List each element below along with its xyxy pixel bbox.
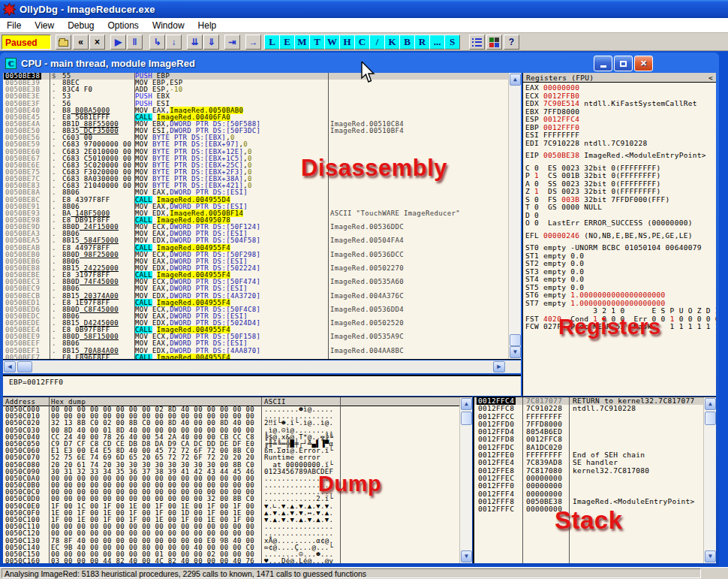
disassembly-pane[interactable]: 0050BE38$55PUSH EBP0050BE39.8BECMOV EBP,… bbox=[3, 73, 521, 360]
toolbar-letter-s[interactable]: S bbox=[444, 35, 460, 50]
stack-vscrollbar[interactable]: ▲ ▼ bbox=[703, 397, 716, 563]
menu-item-view[interactable]: View bbox=[28, 19, 61, 32]
scroll-left-arrow[interactable]: ◄ bbox=[4, 361, 16, 372]
disasm-row[interactable]: 0050BE39.8BECMOV EBP,ESP bbox=[3, 80, 521, 86]
menu-item-window[interactable]: Window bbox=[146, 19, 191, 32]
animate-over-button[interactable]: ⇓ bbox=[203, 35, 219, 50]
disasm-row[interactable]: 0050BEDE.8B15 D4245000MOV EDX,DWORD PTR … bbox=[3, 320, 521, 327]
close-program-button[interactable]: × bbox=[89, 35, 105, 50]
toolbar-letter-l[interactable]: L bbox=[264, 35, 280, 50]
window-titlebar[interactable]: OllyDbg - ImageReducer.exe bbox=[0, 0, 728, 18]
scroll-down-arrow[interactable]: ▼ bbox=[461, 550, 472, 562]
scroll-up-arrow[interactable]: ▲ bbox=[461, 398, 472, 410]
scroll-up-arrow[interactable]: ▲ bbox=[705, 398, 716, 410]
disasm-row[interactable]: 0050BEB6.8B06MOV EAX,DWORD PTR DS:[ESI] bbox=[3, 258, 521, 265]
pause-button[interactable]: ‖ bbox=[127, 35, 143, 50]
scroll-thumb[interactable] bbox=[461, 412, 472, 425]
disasm-row[interactable]: 0050BEEF.8B06MOV EAX,DWORD PTR DS:[ESI] bbox=[3, 340, 521, 347]
disasm-row[interactable]: 0050BEF1.8B15 70A84A00MOV EDX,DWORD PTR … bbox=[3, 348, 521, 354]
restart-button[interactable]: « bbox=[73, 35, 89, 50]
register-line[interactable]: T 0 GS 0000 NULL bbox=[525, 204, 714, 212]
disasm-row[interactable]: 0050BEDC.8B06MOV EAX,DWORD PTR DS:[ESI] bbox=[3, 313, 521, 320]
register-line[interactable]: EDI 7C910228 ntdll.7C910228 bbox=[525, 140, 714, 148]
toolbar-letter-dots[interactable]: ... bbox=[429, 35, 445, 50]
scroll-down-arrow[interactable]: ▼ bbox=[510, 346, 521, 358]
disasm-row[interactable]: 0050BE3F.56PUSH ESI bbox=[3, 101, 521, 107]
toolbar-letter-h[interactable]: H bbox=[339, 35, 355, 50]
disasm-row[interactable]: 0050BE40.B8 B0BA5000MOV EAX,ImageRed.005… bbox=[3, 107, 521, 114]
disasm-row[interactable]: 0050BEF7.E8 F896F8FFCALL ImageRed.004955… bbox=[3, 354, 521, 360]
execute-till-return-button[interactable]: ⇥ bbox=[224, 35, 240, 50]
toolbar-letter-t[interactable]: T bbox=[309, 35, 325, 50]
disasm-row[interactable]: 0050BEA3.8B06MOV EAX,DWORD PTR DS:[ESI] bbox=[3, 231, 521, 237]
open-file-button[interactable] bbox=[56, 35, 71, 50]
toolbar-letter-e[interactable]: E bbox=[279, 35, 295, 50]
step-into-button[interactable]: ↳ bbox=[149, 35, 165, 50]
disasm-row[interactable]: 0050BE50.8B35 DCF35000MOV ESI,DWORD PTR … bbox=[3, 128, 521, 134]
step-over-button[interactable]: ↓ bbox=[166, 35, 182, 50]
disasm-row[interactable]: 0050BE8C.E8 4397F8FFCALL ImageRed.004955… bbox=[3, 197, 521, 204]
stack-pane[interactable]: 0012FFC47C817077RETURN to kernel32.7C817… bbox=[473, 397, 716, 563]
toolbar-letter-c[interactable]: C bbox=[354, 35, 370, 50]
disasm-row[interactable]: 0050BECB.8B15 20374A00MOV EDX,DWORD PTR … bbox=[3, 293, 521, 300]
dump-pane[interactable]: Address Hex dump ASCII 0050C00000 00 00 … bbox=[3, 397, 472, 563]
disasm-row[interactable]: 0050BE98.E8 DB91F8FFCALL ImageRed.004950… bbox=[3, 217, 521, 224]
dump-row[interactable]: 0050C16003 00 00 00 44 82 40 00 4C 82 40… bbox=[3, 558, 472, 563]
help-button[interactable]: ? bbox=[504, 35, 519, 50]
disasm-row[interactable]: 0050BEAB.E8 4497F8FFCALL ImageRed.004955… bbox=[3, 245, 521, 252]
menu-item-debug[interactable]: Debug bbox=[61, 19, 101, 32]
scroll-right-arrow[interactable]: ► bbox=[493, 361, 505, 372]
menu-item-file[interactable]: File bbox=[0, 19, 28, 32]
disasm-row[interactable]: 0050BE9D.8B0D 24F15000MOV ECX,DWORD PTR … bbox=[3, 224, 521, 231]
disasm-row[interactable]: 0050BEA5.8B15 584F5000MOV EDX,DWORD PTR … bbox=[3, 237, 521, 244]
go-to-address-button[interactable]: → bbox=[245, 35, 261, 50]
disasm-row[interactable]: 0050BE3E.53PUSH EBX bbox=[3, 93, 521, 100]
animate-into-button[interactable]: ⇊ bbox=[187, 35, 203, 50]
disasm-row[interactable]: 0050BE59.C683 97000000 00MOV BYTE PTR DS… bbox=[3, 141, 521, 148]
collapse-icon[interactable]: < bbox=[708, 74, 713, 81]
register-line[interactable]: O 0 LastErr ERROR_SUCCESS (00000000) bbox=[525, 219, 714, 228]
toolbar-letter-w[interactable]: W bbox=[324, 35, 340, 50]
disasm-row[interactable]: 0050BEC9.8B06MOV EAX,DWORD PTR DS:[ESI] bbox=[3, 285, 521, 292]
scroll-down-arrow[interactable]: ▼ bbox=[705, 550, 716, 562]
view-list-button[interactable] bbox=[469, 35, 485, 50]
disasm-row[interactable]: 0050BE38$55PUSH EBP bbox=[3, 73, 521, 80]
dump-vscrollbar[interactable]: ▲ ▼ bbox=[459, 397, 472, 563]
menu-item-help[interactable]: Help bbox=[191, 19, 224, 32]
minimize-button[interactable] bbox=[594, 56, 612, 71]
menu-item-options[interactable]: Options bbox=[101, 19, 146, 32]
toolbar-letter-slash[interactable]: / bbox=[369, 35, 385, 50]
toolbar-letter-b[interactable]: B bbox=[399, 35, 415, 50]
register-line[interactable]: EFL 00000246 (NO,NB,E,BE,NS,PE,GE,LE) bbox=[525, 232, 714, 240]
info-pane[interactable]: EBP=0012FFF0 bbox=[3, 375, 521, 396]
disasm-row[interactable]: 0050BED6.8B0D C8F45000MOV ECX,DWORD PTR … bbox=[3, 306, 521, 313]
toolbar-letter-m[interactable]: M bbox=[294, 35, 310, 50]
disasm-row[interactable]: 0050BE93.BA 14BF5000MOV EDX,ImageRed.005… bbox=[3, 210, 521, 217]
run-button[interactable]: ▶ bbox=[110, 35, 126, 50]
disasm-row[interactable]: 0050BEC3.8B0D 74F45000MOV ECX,DWORD PTR … bbox=[3, 279, 521, 285]
disasm-row[interactable]: 0050BE4A.8B1D 88F55000MOV EBX,DWORD PTR … bbox=[3, 121, 521, 128]
disassembly-hscrollbar[interactable]: ◄ ► bbox=[3, 360, 521, 373]
close-button[interactable]: ✕ bbox=[634, 56, 653, 71]
disassembly-vscrollbar[interactable]: ▲ ▼ bbox=[508, 73, 521, 359]
disasm-row[interactable]: 0050BED1.E8 1E97F8FFCALL ImageRed.004955… bbox=[3, 300, 521, 306]
scroll-thumb[interactable] bbox=[17, 361, 32, 372]
disasm-row[interactable]: 0050BE83.C683 21040000 00MOV BYTE PTR DS… bbox=[3, 182, 521, 189]
disasm-row[interactable]: 0050BE8A.8B06MOV EAX,DWORD PTR DS:[ESI] bbox=[3, 189, 521, 196]
disasm-row[interactable]: 0050BEB8.8B15 24225000MOV EDX,DWORD PTR … bbox=[3, 265, 521, 272]
maximize-button[interactable] bbox=[614, 56, 633, 71]
register-line[interactable]: EIP 0050BE38 ImageRed.<ModuleEntryPoint> bbox=[525, 152, 714, 160]
appearance-button[interactable] bbox=[486, 35, 502, 50]
disasm-row[interactable]: 0050BEE9.8B0D 58F15000MOV ECX,DWORD PTR … bbox=[3, 333, 521, 340]
cpu-window-titlebar[interactable]: C CPU - main thread, module ImageRed ✕ bbox=[2, 54, 717, 72]
scroll-thumb[interactable] bbox=[705, 412, 716, 425]
toolbar-letter-r[interactable]: R bbox=[414, 35, 430, 50]
disasm-row[interactable]: 0050BEB0.8B0D 98F25000MOV ECX,DWORD PTR … bbox=[3, 252, 521, 258]
registers-pane[interactable]: Registers (FPU) < EAX 00000000ECX 0012FF… bbox=[522, 73, 716, 396]
disasm-row[interactable]: 0050BEBE.E8 3197F8FFCALL ImageRed.004955… bbox=[3, 272, 521, 279]
scroll-thumb[interactable] bbox=[510, 334, 521, 346]
scroll-up-arrow[interactable]: ▲ bbox=[510, 74, 521, 86]
disasm-row[interactable]: 0050BEE4.E8 0B97F8FFCALL ImageRed.004955… bbox=[3, 327, 521, 333]
disasm-row[interactable]: 0050BE45.E8 56B1EFFFCALL ImageRed.00406F… bbox=[3, 114, 521, 121]
disasm-row[interactable]: 0050BE3B.83C4 F0ADD ESP,-10 bbox=[3, 86, 521, 93]
